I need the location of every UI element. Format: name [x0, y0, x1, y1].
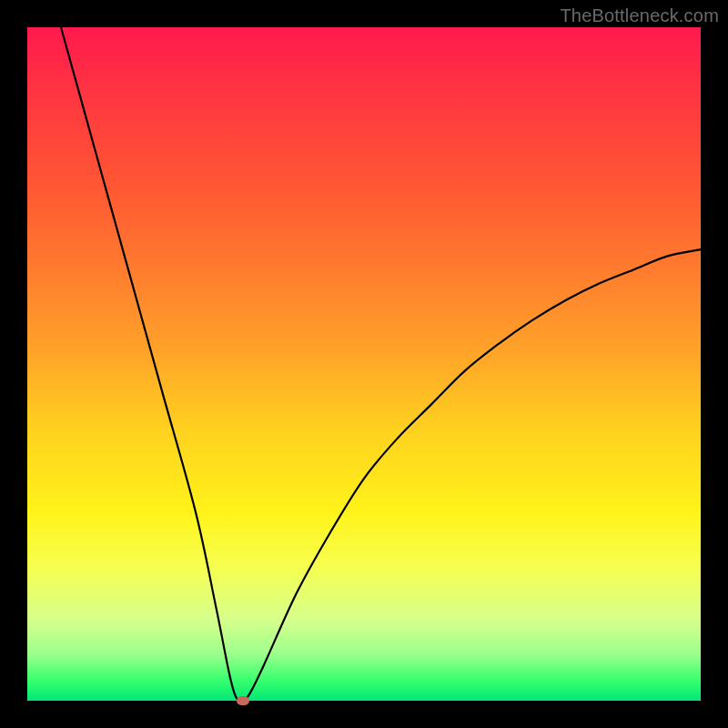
plot-area: [27, 27, 701, 701]
curve-svg: [27, 27, 701, 701]
optimum-marker: [237, 696, 249, 705]
watermark-text: TheBottleneck.com: [560, 5, 719, 26]
chart-frame: TheBottleneck.com: [0, 0, 728, 728]
bottleneck-curve-path: [61, 27, 701, 701]
